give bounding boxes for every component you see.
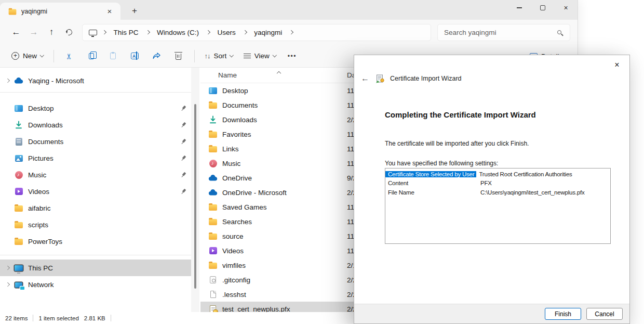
copy-icon [89, 53, 94, 59]
sidebar-item-label: Network [28, 281, 191, 289]
file-name: test_cert_newplus.pfx [222, 305, 290, 313]
ellipsis-icon: ••• [288, 53, 297, 60]
more-options-button[interactable]: ••• [281, 48, 303, 64]
search-input[interactable] [444, 29, 553, 36]
sidebar-item-documents[interactable]: Documents [0, 133, 191, 150]
sort-label: Sort [214, 52, 227, 60]
chevron-right-icon [145, 30, 150, 34]
sidebar-item-label: Music [28, 171, 176, 179]
chevron-down-icon [40, 53, 44, 57]
settings-table[interactable]: Certificate Store Selected by User Trust… [385, 168, 611, 244]
folder-icon [15, 239, 23, 245]
share-button[interactable] [146, 48, 168, 64]
pin-icon [179, 154, 187, 162]
folder-icon [209, 132, 217, 138]
copy-button[interactable] [81, 48, 102, 64]
settings-row[interactable]: Certificate Store Selected by User Trust… [385, 170, 610, 179]
sidebar-item-pictures[interactable]: Pictures [0, 150, 191, 166]
cut-button[interactable]: ✂ [59, 48, 81, 64]
refresh-button[interactable] [60, 24, 78, 41]
setting-key: Content [385, 180, 479, 186]
sidebar-item-label: This PC [28, 264, 191, 272]
chevron-right-icon [6, 282, 10, 287]
setting-key: File Name [385, 189, 479, 196]
folder-icon [209, 219, 217, 225]
new-tab-button[interactable]: + [129, 5, 140, 17]
search-icon [557, 30, 561, 34]
dialog-body-text: The certificate will be imported after y… [385, 140, 529, 147]
sidebar-item-videos[interactable]: Videos [0, 183, 191, 200]
tab-close-icon[interactable]: × [104, 6, 115, 17]
sidebar-item-label: Yaqing - Microsoft [28, 77, 191, 85]
music-icon [15, 171, 23, 179]
breadcrumb-this-pc[interactable]: This PC [112, 28, 141, 37]
video-icon [15, 188, 23, 195]
address-bar[interactable]: This PC Windows (C:) Users yaqingmi [82, 24, 431, 41]
folder-icon [15, 222, 23, 228]
pin-icon [179, 104, 187, 112]
view-lines-icon [244, 54, 251, 58]
paste-icon [110, 53, 116, 59]
forward-button[interactable]: → [25, 24, 43, 41]
this-pc-icon [89, 30, 97, 35]
column-header-name[interactable]: Name [218, 71, 237, 79]
close-button[interactable]: × [554, 0, 578, 16]
sidebar-item-powertoys[interactable]: PowerToys [0, 233, 191, 250]
back-button[interactable]: ← [7, 24, 25, 41]
file-name: Searches [222, 218, 252, 226]
dialog-heading: Completing the Certificate Import Wizard [385, 110, 536, 119]
sort-button[interactable]: ↑↓ Sort [199, 48, 238, 64]
sidebar-item-label: scripts [28, 221, 191, 229]
settings-row[interactable]: File Name C:\Users\yaqingmi\test_cert_ne… [385, 188, 610, 197]
view-button[interactable]: View [238, 48, 281, 64]
rename-button[interactable] [124, 48, 146, 64]
chevron-right-icon [102, 30, 106, 34]
breadcrumb-yaqingmi[interactable]: yaqingmi [252, 28, 284, 37]
paste-button[interactable] [102, 48, 124, 64]
sidebar-item-onedrive-root[interactable]: Yaqing - Microsoft [0, 72, 191, 89]
cancel-button[interactable]: Cancel [586, 308, 623, 320]
file-name: Videos [222, 247, 244, 255]
new-button[interactable]: New [6, 48, 49, 64]
certificate-import-wizard-dialog: × ← Certificate Import Wizard Completing… [354, 55, 630, 324]
selection-count: 1 item selected [38, 315, 78, 321]
file-name: Documents [222, 101, 258, 109]
sidebar-item-network[interactable]: Network [0, 276, 191, 293]
search-box[interactable] [437, 24, 570, 41]
folder-icon [209, 204, 217, 211]
maximize-button[interactable] [531, 0, 554, 16]
plus-circle-icon [11, 52, 19, 60]
minimize-icon [517, 7, 522, 8]
sidebar-scrollbar[interactable] [191, 68, 199, 312]
sidebar-item-scripts[interactable]: scripts [0, 216, 191, 233]
video-icon [209, 247, 217, 254]
window-controls: × [507, 0, 578, 20]
pin-icon [179, 171, 187, 179]
sidebar-item-this-pc[interactable]: This PC [0, 260, 191, 276]
breadcrumb-users[interactable]: Users [216, 28, 238, 37]
this-pc-icon [15, 265, 23, 271]
minimize-button[interactable] [507, 0, 531, 16]
folder-icon [209, 102, 217, 109]
finish-button[interactable]: Finish [545, 308, 581, 320]
music-icon [209, 160, 217, 167]
sidebar-item-aifabric[interactable]: aifabric [0, 200, 191, 216]
dialog-back-button[interactable]: ← [361, 74, 369, 83]
delete-button[interactable] [168, 48, 190, 64]
scrollbar-thumb[interactable] [194, 104, 196, 289]
breadcrumb-windows-c[interactable]: Windows (C:) [155, 28, 201, 37]
folder-icon [209, 263, 217, 269]
sidebar-item-music[interactable]: Music [0, 166, 191, 183]
up-button[interactable]: ↑ [43, 24, 60, 41]
settings-label: You have specified the following setting… [385, 160, 498, 167]
sort-arrows-icon: ↑↓ [205, 52, 210, 60]
desktop-icon [209, 87, 217, 94]
file-name: Music [222, 160, 240, 167]
sidebar-item-desktop[interactable]: Desktop [0, 100, 191, 116]
explorer-tab[interactable]: yaqingmi × [0, 3, 120, 20]
file-name: Downloads [222, 116, 257, 124]
sidebar-item-label: Pictures [28, 154, 176, 162]
dialog-close-button[interactable]: × [609, 59, 625, 71]
settings-row[interactable]: Content PFX [385, 179, 610, 188]
sidebar-item-downloads[interactable]: Downloads [0, 116, 191, 133]
